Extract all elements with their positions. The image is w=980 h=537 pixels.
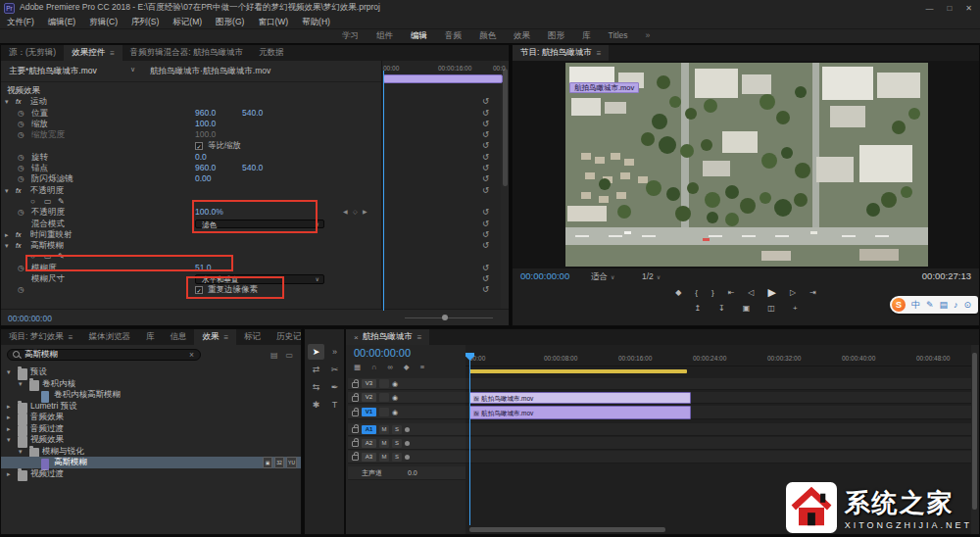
workspace-tab[interactable]: 组件 bbox=[368, 30, 402, 42]
reset-icon[interactable]: ↺ bbox=[482, 240, 489, 251]
lift-button[interactable]: ↥ bbox=[694, 304, 701, 313]
menu-item[interactable]: 文件(F) bbox=[0, 17, 41, 28]
solo-button[interactable]: S bbox=[392, 425, 402, 434]
stopwatch-icon[interactable]: ◷ bbox=[18, 207, 24, 218]
panel-tab[interactable]: 标记 bbox=[236, 329, 269, 345]
pen-tool[interactable]: ✒ bbox=[326, 379, 343, 395]
sync-lock-toggle[interactable] bbox=[379, 408, 389, 416]
video-track-header[interactable]: V2◉ bbox=[348, 392, 466, 404]
twirl-icon[interactable]: ▸ bbox=[5, 229, 9, 240]
workspace-tab[interactable]: 图形 bbox=[539, 30, 573, 42]
ellipse-mask-icon[interactable]: ○ bbox=[30, 196, 35, 207]
playback-resolution-select[interactable]: 1/2∨ bbox=[642, 271, 661, 281]
timeline-horizontal-scrollbar[interactable] bbox=[469, 527, 665, 532]
panel-menu-icon[interactable]: ≡ bbox=[69, 333, 74, 342]
step-forward-button[interactable]: ▷ bbox=[790, 288, 796, 297]
solo-button[interactable]: S bbox=[392, 439, 402, 448]
reset-icon[interactable]: ↺ bbox=[482, 263, 489, 273]
linked-selection-icon[interactable]: ∞ bbox=[387, 363, 392, 371]
twirl-icon[interactable]: ▾ bbox=[5, 96, 9, 107]
twirl-icon[interactable]: ▾ bbox=[19, 446, 23, 458]
voiceover-record-icon[interactable] bbox=[405, 441, 410, 446]
prev-keyframe-icon[interactable]: ◀ bbox=[343, 207, 348, 218]
workspace-tab[interactable]: 编辑 bbox=[402, 30, 436, 42]
trash-icon[interactable]: ▭ bbox=[285, 351, 293, 360]
reset-icon[interactable]: ↺ bbox=[482, 284, 489, 295]
new-bin-icon[interactable]: ▤ bbox=[270, 351, 278, 360]
track-output-toggle[interactable]: ◉ bbox=[392, 394, 398, 402]
timeline-track-lane[interactable] bbox=[466, 437, 971, 450]
param-value[interactable]: 0.0 bbox=[195, 152, 207, 163]
reset-icon[interactable]: ↺ bbox=[482, 273, 489, 284]
timeline-ruler[interactable]: 00:0000:00:08:0000:00:16:0000:00:24:0000… bbox=[466, 351, 971, 366]
rect-mask-icon[interactable]: ▭ bbox=[44, 196, 52, 207]
lock-icon[interactable] bbox=[352, 427, 359, 433]
effect-timeline-clip-bar[interactable] bbox=[383, 74, 503, 83]
twirl-icon[interactable]: ▾ bbox=[5, 185, 9, 196]
stopwatch-icon[interactable]: ◷ bbox=[18, 173, 24, 184]
audio-track-header[interactable]: A2MS bbox=[348, 437, 466, 450]
track-target-button[interactable]: V3 bbox=[362, 379, 376, 388]
menu-item[interactable]: 剪辑(C) bbox=[82, 17, 124, 28]
effect-name[interactable]: 时间重映射 bbox=[30, 229, 73, 240]
voiceover-record-icon[interactable] bbox=[405, 455, 410, 460]
twirl-icon[interactable]: ▾ bbox=[19, 378, 23, 390]
slip-tool[interactable]: ⇆ bbox=[308, 379, 324, 395]
chevron-down-icon[interactable]: ∨ bbox=[130, 66, 135, 73]
lock-icon[interactable] bbox=[352, 455, 359, 461]
workspace-tab[interactable]: 音频 bbox=[436, 30, 470, 42]
master-track-header[interactable]: 主声道 0.0 bbox=[348, 466, 466, 480]
toolbox-icon[interactable]: ⊙ bbox=[964, 296, 972, 314]
timeline-track-lane[interactable] bbox=[466, 423, 971, 436]
param-name[interactable]: 旋转 bbox=[31, 152, 48, 163]
track-select-forward-tool[interactable]: » bbox=[326, 344, 343, 360]
timeline-clip[interactable]: fx航拍鸟瞰城市.mov bbox=[469, 392, 691, 404]
reset-icon[interactable]: ↺ bbox=[482, 119, 489, 129]
reset-icon[interactable]: ↺ bbox=[482, 207, 489, 218]
track-target-button[interactable]: A1 bbox=[362, 425, 376, 434]
twirl-icon[interactable]: ▾ bbox=[7, 434, 11, 446]
stopwatch-icon[interactable]: ◷ bbox=[18, 129, 24, 140]
stopwatch-icon[interactable]: ◷ bbox=[18, 163, 24, 173]
lock-icon[interactable] bbox=[352, 396, 359, 402]
effect-controls-scrollbar[interactable] bbox=[503, 69, 508, 186]
track-target-button[interactable]: V1 bbox=[362, 408, 376, 416]
param-name[interactable]: 缩放 bbox=[31, 119, 48, 129]
extract-button[interactable]: ↧ bbox=[718, 304, 725, 313]
effect-tree-item[interactable]: ▸Lumetri 预设 bbox=[1, 401, 302, 413]
param-value[interactable]: 960.0 bbox=[195, 163, 216, 173]
reset-icon[interactable]: ↺ bbox=[482, 219, 489, 229]
param-name[interactable]: 锚点 bbox=[31, 163, 48, 173]
ripple-edit-tool[interactable]: ⇄ bbox=[308, 362, 324, 377]
workspace-tab[interactable]: 库 bbox=[573, 30, 600, 42]
add-marker-icon[interactable]: ◆ bbox=[404, 363, 410, 371]
effect-playhead[interactable] bbox=[383, 71, 384, 311]
twirl-icon[interactable]: ▸ bbox=[7, 423, 11, 435]
panel-tab[interactable]: 效果≡ bbox=[194, 329, 236, 345]
panel-menu-icon[interactable]: ≡ bbox=[110, 49, 115, 58]
mic-icon[interactable]: ♪ bbox=[954, 296, 958, 314]
sogou-logo-icon[interactable]: S bbox=[892, 298, 906, 312]
mark-in-button[interactable]: { bbox=[695, 288, 698, 297]
menu-item[interactable]: 序列(S) bbox=[124, 17, 166, 28]
timeline-settings-icon[interactable]: ≡ bbox=[420, 363, 424, 371]
twirl-icon[interactable]: ▸ bbox=[7, 412, 11, 423]
timeline-clip[interactable]: fx航拍鸟瞰城市.mov bbox=[469, 406, 691, 419]
minimize-button[interactable]: — bbox=[925, 4, 933, 13]
solo-button[interactable]: S bbox=[392, 453, 402, 462]
twirl-icon[interactable]: ▸ bbox=[7, 468, 11, 480]
panel-tab[interactable]: 源：(无剪辑) bbox=[1, 45, 64, 61]
sync-lock-toggle[interactable] bbox=[379, 393, 389, 402]
sync-lock-toggle[interactable] bbox=[379, 379, 389, 388]
stopwatch-icon[interactable]: ◷ bbox=[18, 119, 24, 129]
zoom-level-select[interactable]: 适合∨ bbox=[591, 271, 614, 283]
param-value[interactable]: 540.0 bbox=[242, 108, 263, 119]
reset-icon[interactable]: ↺ bbox=[482, 229, 489, 240]
track-target-button[interactable]: A2 bbox=[362, 439, 376, 448]
stopwatch-icon[interactable]: ◷ bbox=[18, 263, 24, 273]
lock-icon[interactable] bbox=[352, 441, 359, 447]
twirl-icon[interactable]: ▾ bbox=[5, 240, 9, 251]
snap-icon[interactable]: ∩ bbox=[371, 363, 376, 371]
workspace-tab[interactable]: 颜色 bbox=[470, 30, 505, 42]
hand-tool[interactable]: ✱ bbox=[308, 397, 324, 413]
